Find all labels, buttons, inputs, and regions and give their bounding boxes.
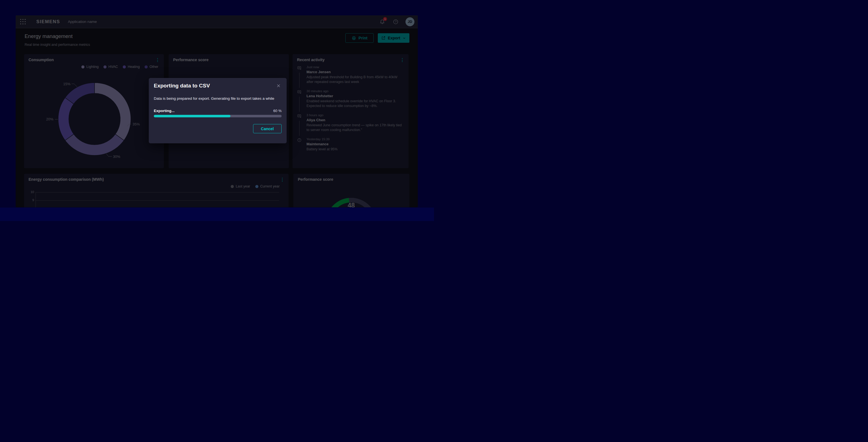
canvas-bottom-band xyxy=(0,208,434,221)
app-window: SIEMENS Application name 1 ? xyxy=(16,15,418,207)
dialog-message: Data is being prepared for export. Gener… xyxy=(154,96,282,101)
close-icon xyxy=(276,83,281,88)
dialog-title: Exporting data to CSV xyxy=(154,83,210,89)
progress-bar-fill xyxy=(154,115,230,117)
close-button[interactable] xyxy=(275,83,282,89)
progress-label: Exporting... xyxy=(154,109,175,113)
progress-percent: 60 % xyxy=(273,109,282,113)
cancel-button[interactable]: Cancel xyxy=(253,124,282,133)
export-progress-dialog: Exporting data to CSV Data is being prep… xyxy=(149,78,287,143)
progress-bar xyxy=(154,115,282,117)
